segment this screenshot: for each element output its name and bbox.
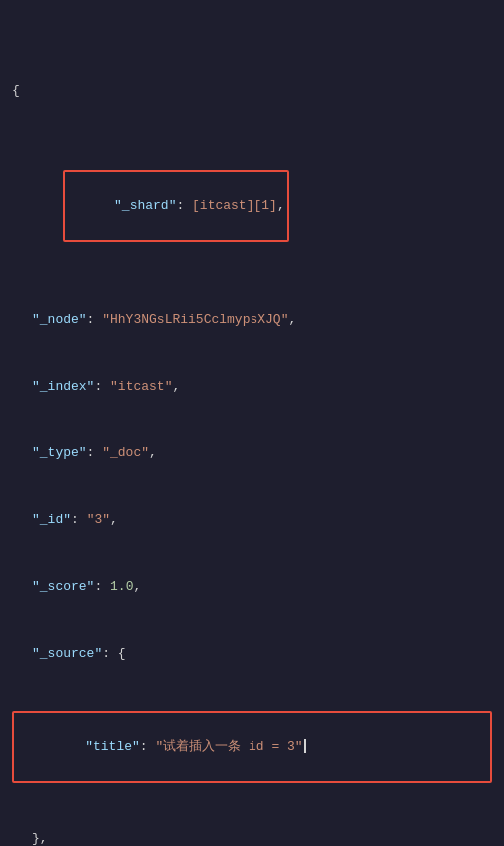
text-cursor: [304, 739, 306, 753]
type-key-1: "_type": [32, 445, 87, 460]
title-value-1: "试着插入一条 id = 3": [155, 739, 302, 754]
shard-line-1: "_shard": [itcast][1],: [12, 147, 492, 265]
source-key-1: "_source": [32, 646, 102, 661]
source-line-1: "_source": {: [12, 643, 492, 666]
title-box-1: "title": "试着插入一条 id = 3": [12, 711, 492, 783]
index-line-1: "_index": "itcast",: [12, 376, 492, 399]
source-close-1: },: [12, 828, 492, 846]
id-line-1: "_id": "3",: [12, 509, 492, 532]
score-key-1: "_score": [32, 579, 94, 594]
shard-value-1: [itcast][1]: [192, 198, 277, 213]
id-value-1: "3": [87, 512, 110, 527]
shard-highlight-box-1: "_shard": [itcast][1],: [63, 170, 288, 242]
shard-key-1: "_shard": [114, 198, 176, 213]
code-block: { "_shard": [itcast][1], "_node": "HhY3N…: [0, 10, 504, 846]
index-value-1: "itcast": [110, 379, 172, 394]
node-value-1: "HhY3NGsLRii5CclmypsXJQ": [102, 312, 288, 327]
open-brace-1: {: [12, 80, 492, 103]
score-line-1: "_score": 1.0,: [12, 576, 492, 599]
type-value-1: "_doc": [102, 445, 149, 460]
id-key-1: "_id": [32, 512, 71, 527]
title-key-1: "title": [85, 739, 140, 754]
type-line-1: "_type": "_doc",: [12, 442, 492, 465]
index-key-1: "_index": [32, 379, 94, 394]
node-line-1: "_node": "HhY3NGsLRii5CclmypsXJQ",: [12, 309, 492, 332]
node-key-1: "_node": [32, 312, 87, 327]
score-value-1: 1.0: [110, 579, 133, 594]
